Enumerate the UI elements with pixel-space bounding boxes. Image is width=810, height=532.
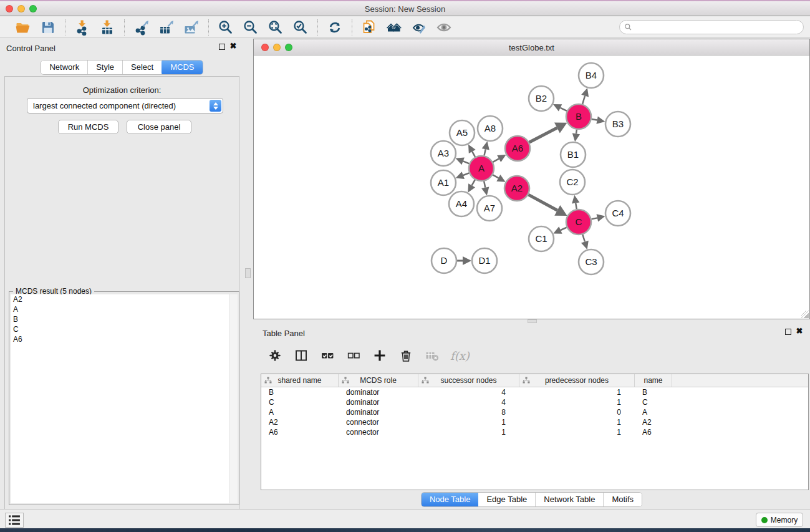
table-cell[interactable]: 1 — [418, 417, 519, 427]
import-table-button[interactable] — [98, 19, 117, 36]
table-close-panel-icon[interactable]: ✖ — [795, 327, 804, 336]
graph-node-C[interactable]: C — [566, 210, 591, 235]
graph-edge-C-C3[interactable] — [582, 235, 585, 242]
graph-node-A6[interactable]: A6 — [505, 136, 530, 161]
graph-node-A2[interactable]: A2 — [504, 176, 529, 201]
graph-edge-C-C4[interactable] — [592, 218, 597, 219]
export-table-button[interactable] — [157, 19, 176, 36]
mcds-result-item[interactable]: A — [11, 304, 229, 314]
table-tab-motifs[interactable]: Motifs — [604, 493, 642, 506]
tab-mcds[interactable]: MCDS — [162, 60, 203, 75]
tab-style[interactable]: Style — [88, 60, 123, 74]
vertical-split-divider[interactable] — [244, 38, 253, 509]
table-cell[interactable]: A2 — [261, 417, 339, 427]
memory-button[interactable]: Memory — [756, 513, 803, 527]
mcds-result-item[interactable]: A2 — [11, 294, 229, 304]
mcds-result-item[interactable]: B — [11, 314, 229, 324]
graph-edge-C-C2[interactable] — [576, 203, 577, 210]
search-input[interactable] — [632, 21, 803, 33]
refresh-layout-button[interactable] — [325, 19, 344, 36]
table-cell[interactable]: dominator — [339, 397, 418, 407]
tab-select[interactable]: Select — [123, 60, 162, 74]
graph-node-A8[interactable]: A8 — [478, 116, 503, 141]
float-panel-icon[interactable] — [219, 44, 225, 50]
graph-edge-A2-C[interactable] — [528, 195, 557, 210]
graph-edge-A-A4[interactable] — [472, 180, 475, 185]
add-column-button[interactable] — [372, 347, 388, 364]
table-cell[interactable]: 1 — [519, 387, 635, 397]
clone-network-button[interactable] — [360, 19, 378, 36]
graph-node-A5[interactable]: A5 — [450, 120, 475, 145]
unselect-all-columns-button[interactable] — [345, 347, 362, 364]
graph-node-C3[interactable]: C3 — [579, 249, 604, 274]
table-cell[interactable]: 4 — [418, 387, 519, 397]
graph-node-C4[interactable]: C4 — [605, 201, 630, 226]
graph-node-A4[interactable]: A4 — [449, 191, 474, 216]
mcds-result-item[interactable]: A6 — [11, 334, 229, 344]
table-cell[interactable]: A6 — [261, 427, 339, 437]
column-header-name[interactable]: name — [635, 374, 672, 387]
table-float-panel-icon[interactable] — [785, 329, 791, 335]
graph-node-A7[interactable]: A7 — [477, 196, 502, 221]
result-list-scrollbar[interactable] — [229, 294, 238, 503]
export-image-button[interactable] — [182, 19, 201, 36]
houses-button[interactable] — [385, 19, 403, 36]
table-cell[interactable]: connector — [339, 417, 418, 427]
graph-node-C2[interactable]: C2 — [560, 170, 585, 195]
graph-node-B4[interactable]: B4 — [579, 63, 604, 88]
graph-node-C1[interactable]: C1 — [529, 226, 554, 251]
table-cell[interactable]: 1 — [519, 417, 635, 427]
open-session-button[interactable] — [14, 19, 32, 36]
graph-edge-C-C1[interactable] — [561, 228, 567, 230]
delete-table-button[interactable] — [424, 347, 440, 364]
table-tab-edge-table[interactable]: Edge Table — [478, 493, 536, 506]
zoom-out-button[interactable] — [241, 19, 260, 36]
table-cell[interactable]: dominator — [339, 387, 418, 397]
hide-eye-button[interactable] — [435, 19, 453, 36]
graph-node-B2[interactable]: B2 — [529, 86, 554, 111]
task-history-button[interactable] — [5, 513, 24, 528]
graph-edge-B-B3[interactable] — [592, 119, 597, 120]
zoom-fit-button[interactable] — [266, 19, 285, 36]
split-column-button[interactable] — [293, 347, 309, 364]
table-row[interactable]: Bdominator41B — [261, 387, 808, 397]
show-graphics-details-button[interactable] — [410, 19, 428, 36]
graph-edge-B-B4[interactable] — [582, 96, 585, 104]
graph-node-D1[interactable]: D1 — [472, 248, 497, 273]
graph-edge-A-A5[interactable] — [472, 152, 475, 157]
table-cell[interactable]: C — [635, 397, 672, 407]
graph-node-B3[interactable]: B3 — [605, 112, 630, 137]
save-session-button[interactable] — [39, 19, 57, 36]
table-cell[interactable]: A — [261, 407, 339, 417]
graph-node-B1[interactable]: B1 — [561, 142, 586, 167]
mcds-result-item[interactable]: C — [11, 324, 229, 334]
table-cell[interactable]: 8 — [418, 407, 519, 417]
graph-node-B[interactable]: B — [566, 104, 591, 129]
column-header-shared-name[interactable]: shared name — [261, 374, 339, 387]
graph-node-A[interactable]: A — [469, 156, 494, 181]
table-tab-network-table[interactable]: Network Table — [536, 493, 604, 506]
vertical-divider-grip[interactable] — [245, 268, 251, 278]
column-header-predecessor-nodes[interactable]: predecessor nodes — [519, 374, 635, 387]
function-builder-button[interactable]: f(x) — [450, 349, 470, 362]
table-cell[interactable]: A — [635, 407, 672, 417]
table-cell[interactable]: 1 — [418, 427, 519, 437]
table-cell[interactable]: 4 — [418, 397, 519, 407]
table-cell[interactable]: 1 — [519, 397, 635, 407]
graph-edge-B-B1[interactable] — [576, 130, 577, 134]
table-tab-node-table[interactable]: Node Table — [421, 492, 480, 507]
table-row[interactable]: A2connector11A2 — [261, 417, 808, 427]
table-cell[interactable]: connector — [339, 427, 418, 437]
import-network-button[interactable] — [73, 19, 92, 36]
column-header-successor-nodes[interactable]: successor nodes — [418, 374, 519, 387]
graph-edge-A-A8[interactable] — [485, 149, 486, 155]
graph-node-D[interactable]: D — [432, 248, 456, 273]
optimization-criterion-select[interactable]: largest connected component (directed) — [27, 98, 223, 114]
zoom-selected-button[interactable] — [291, 19, 310, 36]
close-panel-button[interactable]: Close panel — [127, 120, 191, 134]
column-header-MCDS-role[interactable]: MCDS role — [339, 374, 418, 387]
table-row[interactable]: A6connector11A6 — [261, 427, 808, 437]
select-all-columns-button[interactable] — [319, 347, 335, 364]
graph-edge-B-B2[interactable] — [561, 108, 567, 111]
export-network-button[interactable] — [132, 19, 151, 36]
